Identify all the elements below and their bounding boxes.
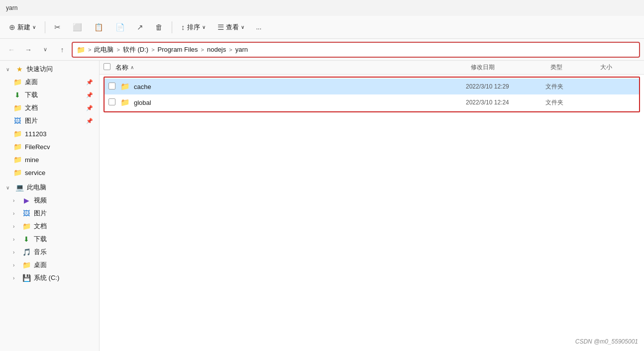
copy-button[interactable]: ⬜ bbox=[68, 19, 87, 36]
sidebar-item-label: 视频 bbox=[34, 196, 93, 205]
chevron-right-icon: › bbox=[13, 237, 19, 242]
folder-icon: 📁 bbox=[22, 261, 31, 269]
table-row[interactable]: 📁 cache 2022/3/10 12:29 文件夹 bbox=[105, 79, 639, 94]
drive-icon: 💾 bbox=[22, 274, 31, 282]
view-icon: ☰ bbox=[217, 23, 224, 32]
sidebar-item-pictures[interactable]: 🖼 图片 📌 bbox=[2, 114, 97, 127]
file-name-label: global bbox=[134, 99, 151, 106]
chevron-right-icon: › bbox=[13, 224, 19, 229]
sidebar-item-desktop2[interactable]: › 📁 桌面 bbox=[2, 259, 97, 271]
sidebar-item-filerecv[interactable]: 📁 FileRecv bbox=[2, 140, 97, 153]
address-bar[interactable]: 📁 > 此电脑 > 软件 (D:) > Program Files > node… bbox=[72, 42, 640, 58]
col-size-label: 大小 bbox=[600, 64, 612, 71]
sidebar-item-pics[interactable]: › 🖼 图片 bbox=[2, 207, 97, 220]
sidebar-item-label: 下载 bbox=[25, 90, 83, 99]
file-name-cache: 📁 cache bbox=[120, 82, 466, 91]
rename-icon: 📄 bbox=[115, 23, 125, 32]
table-row[interactable]: 📁 global 2022/3/10 12:24 文件夹 bbox=[105, 94, 639, 110]
up-button[interactable]: ↑ bbox=[55, 42, 70, 57]
chevron-down-icon: ∨ bbox=[6, 67, 12, 72]
sidebar-item-111203[interactable]: 📁 111203 bbox=[2, 127, 97, 140]
chevron-right-icon: › bbox=[13, 275, 19, 281]
sidebar-item-label: FileRecv bbox=[25, 143, 93, 151]
crumb-2[interactable]: Program Files bbox=[158, 46, 198, 53]
sidebar-item-download[interactable]: ⬇ 下载 📌 bbox=[2, 88, 97, 101]
view-button[interactable]: ☰ 查看 ∨ bbox=[213, 19, 249, 36]
share-button[interactable]: ↗ bbox=[132, 19, 148, 36]
col-date-header[interactable]: 修改日期 bbox=[471, 63, 550, 72]
sidebar-item-label: 下载 bbox=[34, 235, 93, 244]
sidebar-item-music[interactable]: › 🎵 音乐 bbox=[2, 246, 97, 259]
pin-icon: 📌 bbox=[86, 92, 93, 98]
sep-1: > bbox=[116, 47, 119, 53]
file-list: 📁 cache 2022/3/10 12:29 文件夹 📁 global bbox=[105, 78, 639, 111]
more-button[interactable]: ... bbox=[251, 19, 267, 36]
crumb-3[interactable]: nodejs bbox=[207, 46, 226, 53]
folder-icon: 📁 bbox=[13, 130, 22, 138]
sidebar-item-downloads[interactable]: › ⬇ 下载 bbox=[2, 233, 97, 246]
column-header-row: 名称 ∧ 修改日期 类型 大小 bbox=[100, 61, 644, 75]
sep-0: > bbox=[88, 47, 91, 53]
new-button[interactable]: ⊕ 新建 ∨ bbox=[4, 19, 41, 36]
sidebar-item-label: 文档 bbox=[34, 222, 93, 231]
crumb-0[interactable]: 此电脑 bbox=[94, 45, 113, 54]
sidebar-item-label: mine bbox=[25, 156, 93, 164]
sep-2: > bbox=[151, 47, 154, 53]
sep-4: > bbox=[229, 47, 232, 53]
col-name-label: 名称 bbox=[115, 63, 128, 72]
file-type-cache: 文件夹 bbox=[545, 83, 595, 91]
sidebar-item-label: 桌面 bbox=[25, 78, 83, 87]
sidebar-quick-access-header[interactable]: ∨ ★ 快速访问 bbox=[2, 63, 97, 76]
folder-icon: 📁 bbox=[22, 222, 31, 230]
sidebar-item-mine[interactable]: 📁 mine bbox=[2, 153, 97, 166]
sidebar-item-service[interactable]: 📁 service bbox=[2, 166, 97, 179]
watermark: CSDN @m0_55905001 bbox=[575, 338, 638, 345]
forward-button[interactable]: → bbox=[21, 42, 36, 57]
scissors-icon: ✂ bbox=[54, 23, 61, 32]
recent-button[interactable]: ∨ bbox=[38, 42, 53, 57]
new-label: 新建 bbox=[17, 23, 30, 32]
col-size-header[interactable]: 大小 bbox=[600, 63, 640, 72]
col-name-header[interactable]: 名称 ∧ bbox=[115, 63, 471, 72]
sidebar-item-label: 图片 bbox=[25, 116, 83, 125]
download-icon: ⬇ bbox=[13, 91, 22, 99]
delete-button[interactable]: 🗑 bbox=[150, 19, 168, 36]
sidebar-item-drive-c[interactable]: › 💾 系统 (C:) bbox=[2, 271, 97, 284]
header-checkbox[interactable] bbox=[104, 63, 110, 70]
title-text: yarn bbox=[6, 4, 17, 11]
sidebar-item-docs[interactable]: 📁 文档 📌 bbox=[2, 101, 97, 114]
row-checkbox[interactable] bbox=[108, 98, 115, 105]
sidebar-item-documents[interactable]: › 📁 文档 bbox=[2, 220, 97, 233]
back-button[interactable]: ← bbox=[4, 42, 19, 57]
crumb-1[interactable]: 软件 (D:) bbox=[123, 45, 148, 54]
toolbar: ⊕ 新建 ∨ ✂ ⬜ 📋 📄 ↗ 🗑 ↕ 排序 ∨ ☰ 查看 ∨ ... bbox=[0, 16, 644, 39]
download-icon: ⬇ bbox=[22, 235, 31, 243]
folder-icon: 📁 bbox=[13, 156, 22, 164]
sidebar-item-desktop[interactable]: 📁 桌面 📌 bbox=[2, 76, 97, 88]
file-list-box: 📁 cache 2022/3/10 12:29 文件夹 📁 global bbox=[104, 77, 640, 112]
crumb-4[interactable]: yarn bbox=[235, 46, 248, 53]
chevron-right-icon: › bbox=[13, 263, 19, 268]
music-icon: 🎵 bbox=[22, 248, 31, 256]
col-type-header[interactable]: 类型 bbox=[550, 63, 600, 72]
addressbar-row: ← → ∨ ↑ 📁 > 此电脑 > 软件 (D:) > Program File… bbox=[0, 39, 644, 61]
row-checkbox-cache[interactable] bbox=[108, 83, 120, 91]
main-layout: ∨ ★ 快速访问 📁 桌面 📌 ⬇ 下载 📌 📁 文档 📌 🖼 图片 📌 📁 1… bbox=[0, 61, 644, 351]
chevron-right-icon: › bbox=[13, 250, 19, 255]
sort-button[interactable]: ↕ 排序 ∨ bbox=[176, 19, 211, 36]
pin-icon: 📌 bbox=[86, 105, 93, 111]
folder-icon: 📁 bbox=[120, 82, 130, 91]
row-checkbox[interactable] bbox=[108, 83, 115, 89]
rename-button[interactable]: 📄 bbox=[110, 19, 130, 36]
sidebar-item-videos[interactable]: › ▶ 视频 bbox=[2, 194, 97, 207]
content-area: 名称 ∧ 修改日期 类型 大小 📁 bbox=[100, 61, 644, 351]
cut-button[interactable]: ✂ bbox=[49, 19, 66, 36]
sidebar-item-label: 系统 (C:) bbox=[34, 273, 93, 282]
sort-label: 排序 bbox=[187, 23, 200, 32]
new-icon: ⊕ bbox=[9, 23, 15, 32]
sidebar-this-pc-header[interactable]: ∨ 💻 此电脑 bbox=[2, 181, 97, 194]
row-checkbox-global[interactable] bbox=[108, 98, 120, 107]
view-label: 查看 bbox=[226, 23, 239, 32]
sidebar-item-label: 文档 bbox=[25, 103, 83, 112]
paste-button[interactable]: 📋 bbox=[89, 19, 108, 36]
